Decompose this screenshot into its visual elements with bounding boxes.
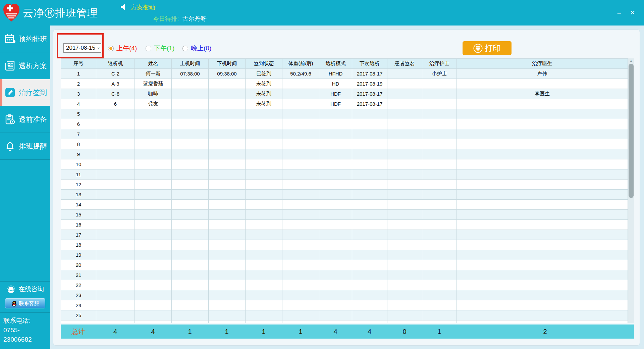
table-cell [135,270,172,280]
table-cell: HFHD [319,69,352,79]
table-row[interactable]: 5 [61,109,628,119]
table-row[interactable]: 3C-8咖啡未签到HDF2017-08-17李医生 [61,89,628,99]
table-cell [387,320,422,323]
table-cell [319,220,352,230]
table-cell [246,210,282,219]
table-cell: 15 [61,210,96,219]
table-cell [282,200,319,209]
scrollbar-thumb[interactable] [629,64,634,198]
table-cell [135,220,172,230]
table-cell [457,159,628,169]
radio-icon [108,46,114,51]
table-cell [352,139,387,149]
table-cell: 23 [61,290,96,300]
table-cell [246,230,282,240]
today-pending-label: 今日待排: [153,15,179,22]
table-row[interactable]: 24 [61,300,628,310]
table-cell [457,119,628,129]
table-cell [352,159,387,169]
table-cell [96,260,135,270]
table-row[interactable] [61,320,628,323]
header-cell: 上机时间 [172,59,209,68]
table-row[interactable]: 25 [61,310,628,320]
table-cell [246,119,282,129]
table-cell [319,320,352,323]
sidebar-item-appointment-schedule[interactable]: 预约排班 [0,26,50,52]
table-row[interactable]: 16 [61,220,628,230]
table-cell [352,169,387,179]
table-row[interactable]: 14 [61,200,628,210]
shift-radio-evening[interactable]: 晚上(0) [182,44,211,53]
shift-radio-afternoon[interactable]: 下午(1) [146,44,174,53]
table-cell [319,250,352,260]
table-row[interactable]: 7 [61,129,628,139]
table-cell [135,240,172,250]
table-cell [96,169,135,179]
table-cell [387,280,422,290]
table-cell [319,300,352,310]
table-row[interactable]: 12 [61,180,628,190]
close-button[interactable]: ✕ [627,7,638,18]
scrollbar-up-arrow-icon[interactable]: ▲ [628,58,634,63]
sidebar-item-dialysis-plan[interactable]: 透析方案 [0,52,50,79]
sidebar-item-schedule-reminder[interactable]: 排班提醒 [0,133,50,160]
table-row[interactable]: 22 [61,280,628,290]
table-cell [352,280,387,290]
table-row[interactable]: 8 [61,139,628,149]
sidebar-item-pre-dialysis-prep[interactable]: 透前准备 [0,106,50,133]
table-cell [387,129,422,139]
table-cell [96,149,135,159]
document-icon [4,60,16,71]
table-cell [422,270,457,280]
table-cell [209,210,246,219]
table-row[interactable]: 18 [61,240,628,250]
table-cell [422,250,457,260]
minimize-button[interactable]: – [614,7,625,18]
table-row[interactable]: 15 [61,210,628,220]
table-row[interactable]: 21 [61,270,628,280]
table-row[interactable]: 10 [61,159,628,169]
table-cell [209,240,246,250]
shift-radio-morning[interactable]: 上午(4) [108,44,137,53]
radio-icon [182,46,188,51]
contact-service-button[interactable]: 联系客服 [5,298,45,308]
online-consult-link[interactable]: 在线咨询 [0,282,50,297]
table-cell [172,180,209,189]
table-cell [422,320,457,323]
table-cell [172,260,209,270]
table-row[interactable]: 9 [61,149,628,159]
table-row[interactable]: 2A-3蓝瘦香菇未签到HD2017-08-19 [61,79,628,89]
table-cell [352,190,387,199]
table-cell [172,250,209,260]
table-cell [387,139,422,149]
totals-label: 总计 [61,325,96,339]
table-row[interactable]: 46龚友未签到HDF2017-08-17 [61,99,628,109]
table-cell [282,290,319,300]
table-cell [457,240,628,250]
table-cell [135,260,172,270]
table-row[interactable]: 23 [61,290,628,300]
table-cell [457,260,628,270]
table-cell [422,180,457,189]
table-cell [282,210,319,219]
table-cell [422,220,457,230]
table-cell [387,99,422,109]
print-button[interactable]: 打印 [463,41,512,55]
table-row[interactable]: 1C-2何一新07:38:0009:38:00已签到50.2/49.6HFHD2… [61,69,628,79]
table-row[interactable]: 11 [61,169,628,180]
date-select[interactable]: 2017-08-15 ˅ [63,43,101,53]
contact-phone-label: 联系电话: [3,316,47,326]
table-row[interactable]: 19 [61,250,628,260]
table-row[interactable]: 20 [61,260,628,270]
table-row[interactable]: 6 [61,119,628,129]
table-cell [172,119,209,129]
table-cell [387,260,422,270]
table-cell [457,200,628,209]
table-cell [246,180,282,189]
table-cell [135,300,172,310]
table-cell: C-8 [96,89,135,99]
sidebar-item-treatment-signin[interactable]: 治疗签到 [0,79,50,106]
table-row[interactable]: 17 [61,230,628,240]
table-row[interactable]: 13 [61,190,628,200]
table-cell [172,210,209,219]
